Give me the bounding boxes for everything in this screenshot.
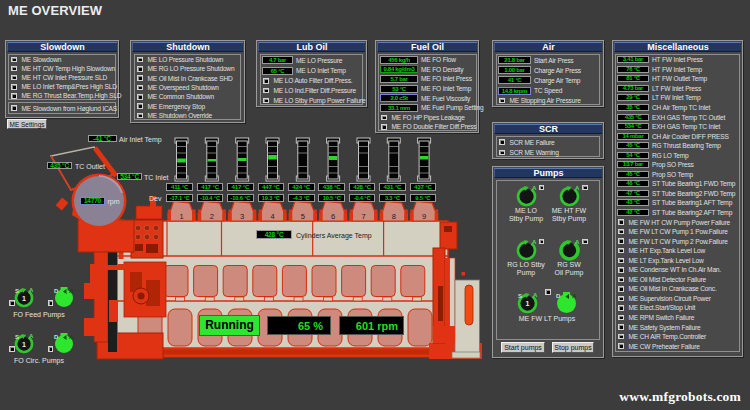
svg-text:4: 4	[270, 212, 274, 221]
svg-text:1: 1	[22, 294, 26, 301]
svg-text:A: A	[69, 288, 74, 294]
svg-text:S: S	[15, 288, 19, 294]
svg-text:8: 8	[392, 212, 396, 221]
svg-text:A: A	[29, 287, 34, 293]
svg-text:7: 7	[361, 212, 365, 221]
svg-text:A: A	[29, 333, 34, 339]
svg-text:S: S	[15, 334, 19, 340]
svg-text:D: D	[54, 288, 59, 294]
svg-text:5: 5	[301, 212, 305, 221]
svg-text:3: 3	[240, 212, 244, 221]
svg-text:A: A	[69, 334, 74, 340]
svg-text:6: 6	[331, 212, 335, 221]
svg-text:1: 1	[22, 340, 26, 347]
svg-text:D: D	[54, 334, 59, 340]
svg-text:2: 2	[210, 212, 214, 221]
svg-text:1: 1	[179, 212, 183, 221]
svg-text:9: 9	[422, 212, 426, 221]
